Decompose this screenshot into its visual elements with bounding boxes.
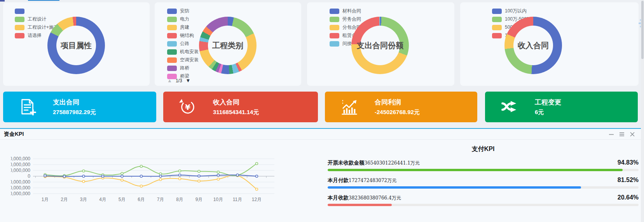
pay-kpi-title: 支付KPI [328,144,639,159]
pager-label: 1/3 [176,78,182,83]
kpi-value: 6元 [535,108,561,116]
legend-item[interactable] [15,7,58,15]
funds-kpi-panel: 资金KPI 90,000,00060,000,00030,000,0000-30… [0,128,641,222]
funds-line-chart[interactable]: 90,000,00060,000,00030,000,0000-30,000,0… [11,152,279,206]
svg-text:8月: 8月 [176,197,183,202]
legend-item[interactable]: 钢结构 [167,31,199,40]
donut-center-title: 工程类别 [199,17,257,74]
document-add-icon [19,98,37,116]
pay-kpi-row: 本月付款1727472483072万元81.52% [328,177,639,194]
top-tab-indicator [28,0,59,1]
kpi-title: 支出合同 [53,97,96,108]
chart-increase-icon [340,98,359,116]
legend-swatch [330,9,339,14]
kpi-title: 收入合同 [213,97,259,108]
chart-legend: 安防电力房建钢结构公路机电安装空调安装路桥桥梁 [167,7,199,80]
legend-item[interactable]: 公路 [167,40,199,48]
legend-pager: ▲1/3▼ [167,78,190,83]
pay-kpi-value: 3823680380766.4万元 [349,195,401,201]
shuffle-icon [501,98,519,116]
legend-item[interactable]: 安防 [167,7,199,15]
legend-swatch [492,9,502,14]
legend-swatch [167,9,177,14]
svg-text:-30,000,000: -30,000,000 [11,179,30,185]
donut-center-title: 项目属性 [47,17,105,74]
kpi-value: 275887982.29元 [53,108,96,116]
donut-chart[interactable]: 工程类别 [199,17,257,74]
legend-label: 电力 [180,16,189,23]
pay-kpi-label: 本月收款 [328,194,349,201]
kpi-card-3[interactable]: 合同利润-245026768.92元 [325,92,477,122]
legend-item[interactable]: 材料合同 [330,7,361,15]
panel-title: 资金KPI [4,131,24,138]
kpi-title: 合同利润 [375,97,420,108]
legend-label: 材料合同 [342,8,361,14]
svg-text:30,000,000: 30,000,000 [11,168,30,173]
pay-kpi-section: 支付KPI 开票未收款金额36540301226441.1万元94.83%本月付… [328,144,639,212]
donut-chart[interactable]: 项目属性 [47,17,105,74]
legend-item[interactable]: 空调安装 [167,56,199,64]
legend-item[interactable]: 房建 [167,23,199,31]
svg-text:-60,000,000: -60,000,000 [11,185,30,191]
legend-swatch [15,17,24,22]
kpi-title: 工程变更 [535,97,561,108]
kpi-value: -245026768.92元 [375,108,420,116]
kpi-text-block: 工程变更6元 [535,97,561,116]
menu-button[interactable] [619,131,625,137]
legend-item[interactable]: 电力 [167,15,199,23]
svg-text:2月: 2月 [61,197,68,202]
pay-kpi-label: 本月付款 [328,177,349,184]
svg-text:60,000,000: 60,000,000 [11,162,30,167]
donut-chart[interactable]: 支出合同份额 [351,17,409,74]
legend-swatch [167,25,177,30]
kpi-card-4[interactable]: 工程变更6元 [485,92,638,122]
scrollbar-thumb[interactable] [641,1,644,59]
svg-text:1月: 1月 [42,197,49,202]
svg-text:6月: 6月 [138,197,145,202]
vertical-scrollbar[interactable] [641,0,644,222]
legend-label: 钢结构 [180,32,194,39]
legend-item[interactable]: 100万以内 [492,7,534,15]
pager-up-icon[interactable]: ▲ [167,78,172,83]
legend-swatch [167,66,177,71]
kpi-text-block: 合同利润-245026768.92元 [375,97,420,116]
pay-kpi-rows: 开票未收款金额36540301226441.1万元94.83%本月付款17274… [328,159,639,212]
kpi-card-2[interactable]: ¥收入合同3116854341.14元 [163,92,318,122]
legend-item[interactable]: 路桥 [167,64,199,72]
progress-track [328,169,639,171]
progress-fill [328,169,623,171]
pager-down-icon[interactable]: ▼ [186,78,191,83]
pay-kpi-percent: 81.52% [618,177,639,184]
kpi-card-1[interactable]: 支出合同275887982.29元 [3,92,156,122]
donut-card-2: 安防电力房建钢结构公路机电安装空调安装路桥桥梁工程类别▲1/3▼ [155,2,301,86]
donut-card-1: 工程设计工程设计+施工请选择项目属性 [3,2,150,86]
legend-swatch [167,41,177,47]
legend-item[interactable]: 机电安装 [167,48,199,56]
yuan-cycle-icon: ¥ [179,98,197,116]
donut-center-title: 收入合同 [504,17,562,74]
pay-kpi-percent: 20.64% [618,194,639,201]
svg-text:11月: 11月 [233,197,242,202]
svg-text:-90,000,000: -90,000,000 [11,191,30,196]
legend-swatch [330,33,339,38]
minimize-button[interactable] [608,131,614,137]
legend-swatch [15,9,24,14]
legend-swatch [15,25,24,30]
svg-text:9月: 9月 [195,197,203,202]
kpi-value: 3116854341.14元 [213,108,259,116]
dashboard-page: { "donut_cards": [ { "title": "项目属性", "l… [0,0,644,222]
close-button[interactable] [629,131,635,137]
donut-center-title: 支出合同份额 [351,17,409,74]
donut-card-3: 材料合同劳务合同分包合同租赁合同间接费用支出合同份额 [307,2,454,86]
donut-chart[interactable]: 收入合同 [504,17,562,74]
legend-swatch [167,17,177,22]
legend-swatch [330,25,339,30]
legend-swatch [15,33,24,38]
legend-label: 工程设计 [28,16,46,23]
svg-text:0: 0 [28,173,30,179]
legend-swatch [492,33,502,38]
svg-text:90,000,000: 90,000,000 [11,156,30,161]
legend-swatch [492,17,502,22]
progress-fill [328,204,392,206]
legend-label: 100万以内 [505,8,527,14]
